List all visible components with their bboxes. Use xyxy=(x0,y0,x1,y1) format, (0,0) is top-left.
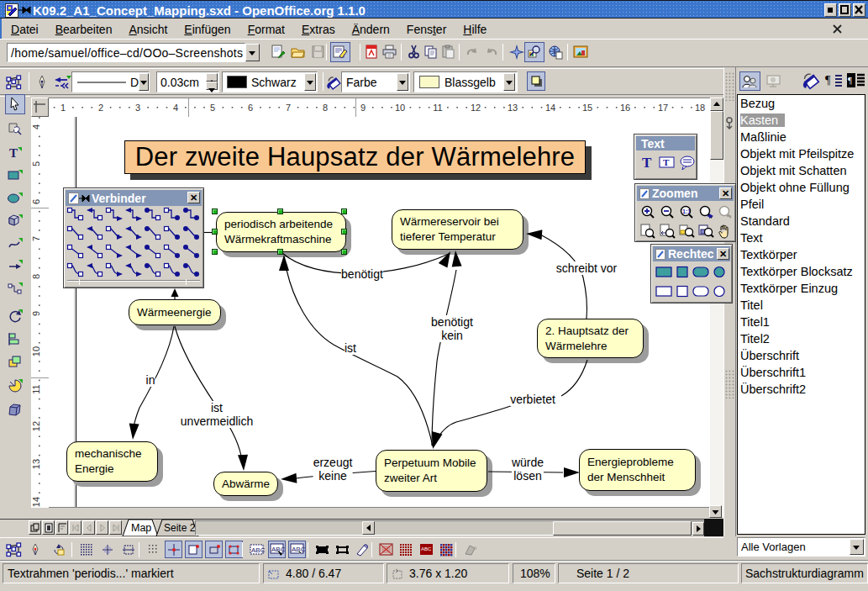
svg-text:14: 14 xyxy=(31,497,41,507)
svg-text:T: T xyxy=(9,146,18,160)
svg-text:ABC: ABC xyxy=(292,546,305,553)
svg-text:3: 3 xyxy=(135,103,140,113)
svg-text:9: 9 xyxy=(360,103,366,113)
svg-text:13: 13 xyxy=(31,459,41,469)
svg-text:16: 16 xyxy=(620,103,630,113)
svg-text:Seite 2: Seite 2 xyxy=(164,522,196,534)
svg-text:11: 11 xyxy=(433,103,442,113)
svg-text:5: 5 xyxy=(210,103,215,113)
svg-text:4: 4 xyxy=(173,103,178,113)
svg-text:10: 10 xyxy=(31,346,41,356)
svg-text:¶: ¶ xyxy=(848,75,852,85)
svg-text:4: 4 xyxy=(31,124,41,129)
svg-text:6: 6 xyxy=(248,103,253,113)
svg-text:ABC: ABC xyxy=(421,546,432,551)
svg-text:10: 10 xyxy=(395,103,405,113)
svg-text:11: 11 xyxy=(31,384,41,393)
svg-text:T: T xyxy=(663,157,670,167)
svg-text:Map: Map xyxy=(131,522,151,534)
svg-text:17: 17 xyxy=(658,103,668,113)
svg-text:8: 8 xyxy=(323,103,328,113)
svg-text:ABC: ABC xyxy=(271,546,285,553)
svg-text:6: 6 xyxy=(31,199,41,204)
svg-text:2: 2 xyxy=(98,103,103,113)
svg-text:12: 12 xyxy=(31,421,41,431)
svg-text:5: 5 xyxy=(31,161,41,166)
svg-text:9: 9 xyxy=(31,311,41,316)
svg-text:T: T xyxy=(642,155,652,170)
svg-text:1:1: 1:1 xyxy=(682,208,691,214)
svg-text:13: 13 xyxy=(508,103,518,113)
svg-text:14: 14 xyxy=(545,103,555,113)
svg-text:12: 12 xyxy=(471,103,481,113)
svg-text:8: 8 xyxy=(31,274,41,279)
svg-text:7: 7 xyxy=(31,236,41,241)
svg-text:1: 1 xyxy=(60,103,66,113)
svg-text:15: 15 xyxy=(582,103,592,113)
svg-text:¶: ¶ xyxy=(825,74,831,87)
svg-text:ABC: ABC xyxy=(251,546,265,554)
svg-text:18: 18 xyxy=(695,103,705,113)
svg-text:7: 7 xyxy=(286,103,291,113)
